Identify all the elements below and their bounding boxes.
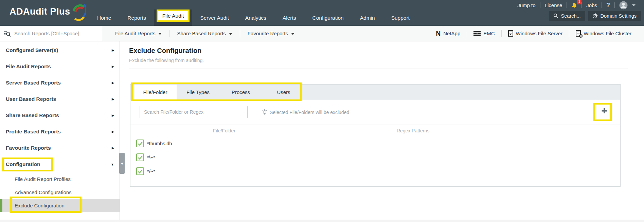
app-logo: ADAudit Plus [10,3,86,23]
global-search-button[interactable]: Search... [549,11,585,21]
netapp-icon: N [436,30,441,37]
exclusion-row: *\~* [130,150,318,164]
jump-to-link[interactable]: Jump to [513,2,540,8]
nav-home[interactable]: Home [89,10,119,26]
caret-down-icon [158,33,162,35]
exclude-tabs: File/Folder File Types Process Users [130,85,620,100]
chevron-right-icon: ▶ [112,81,114,85]
chevron-right-icon: ▶ [112,65,114,68]
sidebar-item-file-audit-report-profiles[interactable]: File Audit Report Profiles [0,172,120,186]
server-type-links: N NetApp EMC Windows File Server Windows… [429,30,638,37]
add-exclusion-button[interactable]: ✚ [601,107,607,114]
nav-configuration[interactable]: Configuration [304,10,352,26]
nav-file-audit[interactable]: File Audit [157,10,190,22]
sidebar-item-file-audit-reports[interactable]: File Audit Reports ▶ [0,58,120,75]
gear-icon [593,13,598,18]
hint-bulb-icon [261,109,268,116]
adaudit-plus-app: ADAudit Plus Jump to License 1 Jobs [0,0,644,222]
divider [129,69,628,69]
logo-swirl-icon [72,2,86,23]
sidebar-item-favourite-reports[interactable]: Favourite Reports ▶ [0,140,120,156]
share-based-reports-dropdown[interactable]: Share Based Reports [169,31,239,36]
report-search-area [0,26,102,41]
sidebar-item-exclude-configuration[interactable]: Exclude Configuration [0,199,120,212]
exclusion-pattern: */~* [147,169,155,174]
sidebar-item-configured-servers[interactable]: Configured Server(s) ▶ [0,42,120,58]
checkbox-checked[interactable] [136,167,144,175]
app-header: ADAudit Plus Jump to License 1 Jobs [0,0,644,26]
app-logo-text: ADAudit Plus [10,3,70,20]
page-bottom-edge [0,220,644,222]
favourite-reports-dropdown[interactable]: Favourite Reports [240,31,302,36]
sidebar: Configured Server(s) ▶ File Audit Report… [0,41,120,222]
sidebar-item-profile-based-reports[interactable]: Profile Based Reports ▶ [0,124,120,140]
user-avatar-icon [619,1,628,10]
chevron-down-icon: ▼ [111,163,114,166]
page-title: Exclude Configuration [129,47,201,55]
chevron-right-icon: ▶ [112,114,114,117]
search-icon [553,13,558,18]
sidebar-item-advanced-configurations[interactable]: Advanced Configurations [0,186,120,199]
chevron-right-icon: ▶ [112,49,114,52]
sidebar-collapse-handle[interactable]: ◀ [119,153,125,174]
windows-file-cluster-link[interactable]: Windows File Cluster [569,30,638,37]
netapp-link[interactable]: N NetApp [429,30,467,37]
checkbox-checked[interactable] [136,153,144,161]
exclusion-row: *thumbs.db [130,136,318,150]
domain-settings-button[interactable]: Domain Settings [588,11,641,21]
file-folder-search-input[interactable] [140,106,248,118]
header-buttons: Search... Domain Settings [549,11,641,21]
tab-file-folder[interactable]: File/Folder [134,85,177,100]
tab-users[interactable]: Users [262,85,305,100]
report-search-icon [3,30,11,37]
emc-icon [473,31,481,36]
file-server-icon [508,30,513,37]
regex-patterns-column: Regex Patterns [318,125,508,179]
notification-badge: 1 [577,0,582,4]
nav-server-audit[interactable]: Server Audit [192,10,237,26]
report-dropdowns: File Audit Reports Share Based Reports F… [108,30,302,37]
nav-analytics[interactable]: Analytics [237,10,274,26]
main-content: Exclude Configuration Exclude the follow… [120,41,644,222]
exclusion-pattern: *thumbs.db [147,141,172,146]
user-menu[interactable] [615,1,640,10]
regex-patterns-column-header: Regex Patterns [318,125,508,136]
license-link[interactable]: License [540,2,567,8]
nav-reports[interactable]: Reports [119,10,154,26]
bell-icon [571,2,577,8]
exclusion-hint: Selected File/Folders will be excluded [261,100,349,125]
notifications-button[interactable]: 1 [567,2,582,8]
windows-file-server-link[interactable]: Windows File Server [502,30,569,37]
jobs-link[interactable]: Jobs [582,2,602,8]
file-audit-reports-dropdown[interactable]: File Audit Reports [108,31,169,36]
chevron-down-icon [632,4,636,6]
help-button[interactable]: ? [602,2,614,9]
emc-link[interactable]: EMC [467,31,501,36]
caret-down-icon [229,33,232,35]
nav-file-audit-wrap: File Audit [154,10,192,26]
sidebar-item-share-based-reports[interactable]: Share Based Reports ▶ [0,107,120,124]
collapse-arrow-icon: ◀ [121,162,123,165]
file-folder-column: File/Folder *thumbs.db *\~* */~* [130,125,318,179]
tab-file-types[interactable]: File Types [177,85,219,100]
sidebar-item-configuration[interactable]: Configuration ▼ [0,156,120,172]
sidebar-item-server-based-reports[interactable]: Server Based Reports ▶ [0,75,120,91]
main-nav: Home Reports File Audit Server Audit Ana… [89,10,418,26]
page-subtitle: Exclude the following from auditing. [129,58,204,63]
exclusion-row: */~* [130,164,318,178]
exclude-controls-row: Selected File/Folders will be excluded ✚ [130,100,620,125]
file-folder-column-header: File/Folder [130,125,318,136]
nav-support[interactable]: Support [383,10,418,26]
checkbox-checked[interactable] [136,140,144,147]
header-utility-bar: Jump to License 1 Jobs ? [513,0,640,10]
tab-process[interactable]: Process [219,85,262,100]
nav-admin[interactable]: Admin [352,10,383,26]
report-search-input[interactable] [14,30,102,37]
exclusion-pattern: *\~* [147,155,155,160]
exclude-configuration-panel: File/Folder File Types Process Users Sel… [130,84,621,187]
file-cluster-icon [576,30,581,37]
chevron-right-icon: ▶ [112,146,114,150]
caret-down-icon [291,33,294,35]
nav-alerts[interactable]: Alerts [274,10,304,26]
sidebar-item-user-based-reports[interactable]: User Based Reports ▶ [0,91,120,107]
